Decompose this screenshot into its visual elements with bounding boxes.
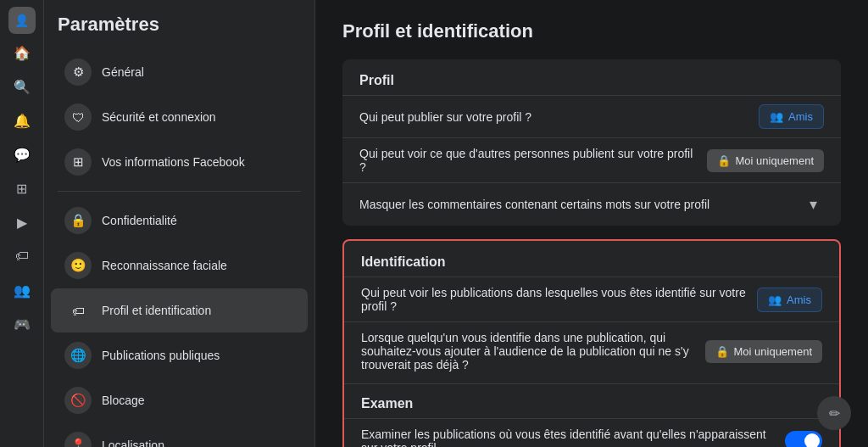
security-icon: 🛡 — [64, 103, 92, 131]
who-can-see-button[interactable]: 🔒 Moi uniquement — [707, 149, 825, 172]
sidebar-item-confidentialite[interactable]: 🔒 Confidentialité — [51, 198, 308, 243]
sidebar-item-label: Vos informations Facebook — [102, 155, 245, 169]
profil-section-title: Profil — [342, 59, 841, 95]
facebook-info-icon: ⊞ — [64, 148, 92, 176]
sidebar-title: Paramètres — [44, 14, 314, 49]
hide-comments-row: Masquer les commentaires contenant certa… — [342, 182, 841, 226]
location-icon: 📍 — [64, 432, 92, 447]
sidebar-item-label: Confidentialité — [102, 214, 177, 227]
sidebar-item-facebook-info[interactable]: ⊞ Vos informations Facebook — [51, 140, 308, 184]
id-who-can-see-button[interactable]: 👥 Amis — [757, 288, 822, 312]
sidebar-item-label: Profil et identification — [102, 304, 211, 317]
page-title: Profil et identification — [342, 20, 841, 42]
who-can-see-row: Qui peut voir ce que d'autres personnes … — [342, 137, 841, 182]
home-icon[interactable]: 🏠 — [7, 37, 37, 68]
id-who-can-see-row: Qui peut voir les publications dans lesq… — [344, 277, 839, 321]
messenger-icon[interactable]: 💬 — [7, 139, 37, 170]
sidebar-divider — [58, 191, 301, 192]
sidebar-item-label: Reconnaissance faciale — [102, 259, 227, 272]
toggle-slider-1 — [785, 431, 822, 447]
tag-icon: 🏷 — [64, 297, 92, 324]
who-can-post-label: Qui peut publier sur votre profil ? — [359, 110, 759, 124]
facial-icon: 🙂 — [64, 252, 92, 279]
sidebar-item-security[interactable]: 🛡 Sécurité et connexion — [51, 95, 308, 139]
lock-icon: 🔒 — [717, 154, 731, 167]
watch-icon[interactable]: ▶ — [7, 207, 37, 237]
id-audience-label: Lorsque quelqu'un vous identifie dans un… — [361, 331, 705, 372]
identification-card: Identification Qui peut voir les publica… — [342, 239, 841, 447]
identification-section-title: Identification — [344, 241, 839, 277]
friends-icon: 👥 — [770, 110, 783, 123]
examen-section-title: Examen — [344, 383, 839, 418]
id-who-can-see-label: Qui peut voir les publications dans lesq… — [361, 286, 757, 313]
general-icon: ⚙ — [64, 59, 92, 86]
sidebar-item-blocage[interactable]: 🚫 Blocage — [51, 378, 308, 422]
examen-toggle-1[interactable] — [785, 431, 822, 447]
who-can-see-label: Qui peut voir ce que d'autres personnes … — [359, 147, 707, 174]
gaming-icon[interactable]: 🎮 — [7, 309, 37, 339]
grid-icon[interactable]: ⊞ — [7, 173, 37, 204]
edit-fab[interactable]: ✏ — [817, 396, 851, 430]
sidebar: Paramètres ⚙ Général 🛡 Sécurité et conne… — [44, 0, 315, 447]
examen-row-1: Examiner les publications où vous êtes i… — [344, 418, 839, 447]
groups-icon[interactable]: 👥 — [7, 275, 37, 305]
hide-comments-label: Masquer les commentaires contenant certa… — [359, 198, 803, 211]
icon-bar: 👤 🏠 🔍 🔔 💬 ⊞ ▶ 🏷 👥 🎮 — [0, 0, 44, 447]
sidebar-item-localisation[interactable]: 📍 Localisation — [51, 423, 308, 447]
profil-card: Profil Qui peut publier sur votre profil… — [342, 59, 841, 226]
examen-label-1: Examiner les publications où vous êtes i… — [361, 427, 785, 447]
search-icon[interactable]: 🔍 — [7, 71, 37, 102]
sidebar-item-label: Général — [102, 65, 144, 79]
block-icon: 🚫 — [64, 387, 92, 414]
sidebar-item-label: Localisation — [102, 439, 164, 447]
sidebar-item-facial[interactable]: 🙂 Reconnaissance faciale — [51, 243, 308, 288]
who-can-post-button[interactable]: 👥 Amis — [759, 104, 824, 129]
privacy-icon: 🔒 — [64, 207, 92, 234]
sidebar-item-publications[interactable]: 🌐 Publications publiques — [51, 333, 308, 377]
sidebar-item-profil[interactable]: 🏷 Profil et identification — [51, 288, 308, 332]
hide-comments-chevron[interactable]: ▾ — [803, 192, 824, 217]
avatar-icon[interactable]: 👤 — [8, 7, 36, 34]
sidebar-item-general[interactable]: ⚙ Général — [51, 50, 308, 94]
notifications-icon[interactable]: 🔔 — [7, 105, 37, 136]
sidebar-item-label: Publications publiques — [102, 349, 220, 362]
public-icon: 🌐 — [64, 342, 92, 369]
lock-icon-2: 🔒 — [715, 345, 729, 358]
id-audience-row: Lorsque quelqu'un vous identifie dans un… — [344, 321, 839, 380]
friends-icon-2: 👥 — [768, 293, 782, 306]
id-audience-button[interactable]: 🔒 Moi uniquement — [705, 340, 823, 363]
sidebar-item-label: Sécurité et connexion — [102, 110, 216, 124]
main-content: Profil et identification Profil Qui peut… — [315, 0, 868, 447]
marketplace-icon[interactable]: 🏷 — [7, 241, 37, 271]
who-can-post-row: Qui peut publier sur votre profil ? 👥 Am… — [342, 95, 841, 137]
sidebar-item-label: Blocage — [102, 394, 145, 407]
